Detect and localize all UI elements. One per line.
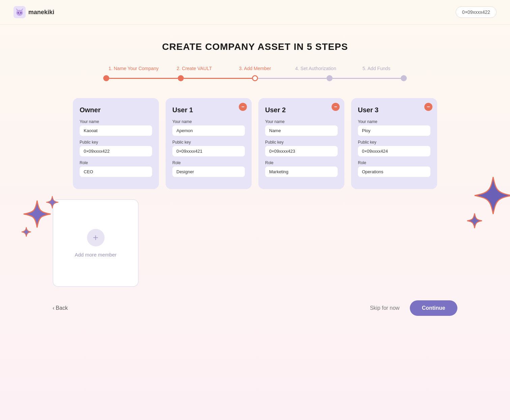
user1-name-field: Your name (172, 119, 245, 136)
step-line-3 (258, 78, 327, 79)
user2-pubkey-label: Public key (265, 140, 338, 145)
cards-grid: Owner Your name Public key Role User 1 −… (53, 98, 457, 189)
owner-pubkey-label: Public key (80, 140, 152, 145)
user3-card-title: User 3 (358, 106, 430, 114)
owner-card-title: Owner (80, 106, 152, 114)
user3-name-label: Your name (358, 119, 430, 124)
user2-role-label: Role (265, 160, 338, 165)
header: manekiki 0×09xxxx422 (0, 0, 510, 25)
user2-remove-button[interactable]: − (332, 103, 340, 111)
back-chevron-icon: ‹ (53, 305, 54, 311)
step-label-4: 4. Set Authorization (285, 66, 346, 71)
user3-pubkey-label: Public key (358, 140, 430, 145)
wallet-address: 0×09xxxx422 (456, 6, 497, 18)
user3-pubkey-field: Public key (358, 140, 430, 156)
user3-name-field: Your name (358, 119, 430, 136)
step-dot-2 (178, 75, 184, 81)
user1-remove-button[interactable]: − (239, 103, 247, 111)
user1-card-title: User 1 (172, 106, 245, 114)
add-member-label: Add more member (75, 252, 116, 258)
right-actions: Skip for now Continue (370, 300, 457, 316)
owner-pubkey-field: Public key (80, 140, 152, 156)
step-line-1 (109, 78, 178, 79)
logo-icon (13, 6, 26, 18)
logo: manekiki (13, 6, 54, 18)
step-label-5: 5. Add Funds (346, 66, 407, 71)
decorative-stars-right (456, 162, 510, 229)
bottom-nav: ‹ Back Skip for now Continue (53, 287, 457, 323)
svg-point-4 (18, 12, 19, 14)
back-button[interactable]: ‹ Back (53, 305, 68, 311)
logo-text: manekiki (28, 9, 54, 16)
steps-labels: 1. Name Your Company 2. Create VAULT 3. … (103, 66, 407, 71)
user2-name-label: Your name (265, 119, 338, 124)
back-label: Back (56, 305, 68, 311)
user2-card: User 2 − Your name Public key Role (258, 98, 344, 189)
svg-point-1 (16, 10, 23, 16)
step-dot-1 (103, 75, 109, 81)
owner-role-field: Role (80, 160, 152, 177)
user3-role-field: Role (358, 160, 430, 177)
step-dot-5 (401, 75, 407, 81)
step-label-1: 1. Name Your Company (103, 66, 164, 71)
add-member-card[interactable]: + Add more member (53, 199, 139, 287)
owner-role-label: Role (80, 160, 152, 165)
add-member-icon: + (87, 229, 105, 246)
user1-pubkey-input[interactable] (172, 146, 245, 156)
step-label-2: 2. Create VAULT (164, 66, 225, 71)
user3-remove-button[interactable]: − (424, 103, 432, 111)
continue-button[interactable]: Continue (410, 300, 457, 316)
user2-role-input[interactable] (265, 167, 338, 177)
user3-pubkey-input[interactable] (358, 146, 430, 156)
user1-pubkey-label: Public key (172, 140, 245, 145)
user1-pubkey-field: Public key (172, 140, 245, 156)
owner-pubkey-input[interactable] (80, 146, 152, 156)
steps-track (103, 75, 407, 81)
step-dot-4 (327, 75, 333, 81)
user3-role-label: Role (358, 160, 430, 165)
steps-container: 1. Name Your Company 2. Create VAULT 3. … (103, 66, 407, 81)
user1-name-label: Your name (172, 119, 245, 124)
user2-card-title: User 2 (265, 106, 338, 114)
user2-name-input[interactable] (265, 125, 338, 136)
user3-name-input[interactable] (358, 125, 430, 136)
user1-role-input[interactable] (172, 167, 245, 177)
user1-card: User 1 − Your name Public key Role (166, 98, 252, 189)
svg-point-6 (19, 14, 20, 14)
page-title: CREATE COMPANY ASSET IN 5 STEPS (162, 41, 348, 52)
step-line-2 (184, 78, 252, 79)
step-dot-3 (252, 75, 258, 81)
user2-pubkey-field: Public key (265, 140, 338, 156)
user1-role-field: Role (172, 160, 245, 177)
user1-role-label: Role (172, 160, 245, 165)
skip-button[interactable]: Skip for now (370, 305, 400, 311)
owner-name-label: Your name (80, 119, 152, 124)
user3-role-input[interactable] (358, 167, 430, 177)
step-line-4 (333, 78, 401, 79)
user3-card: User 3 − Your name Public key Role (351, 98, 437, 189)
svg-point-5 (20, 12, 22, 14)
user1-name-input[interactable] (172, 125, 245, 136)
user2-role-field: Role (265, 160, 338, 177)
decorative-stars-left (20, 196, 61, 236)
user2-name-field: Your name (265, 119, 338, 136)
user2-pubkey-input[interactable] (265, 146, 338, 156)
owner-role-input[interactable] (80, 167, 152, 177)
owner-name-input[interactable] (80, 125, 152, 136)
main-content: CREATE COMPANY ASSET IN 5 STEPS 1. Name … (0, 25, 510, 336)
owner-name-field: Your name (80, 119, 152, 136)
owner-card: Owner Your name Public key Role (73, 98, 159, 189)
step-label-3: 3. Add Member (225, 66, 285, 71)
